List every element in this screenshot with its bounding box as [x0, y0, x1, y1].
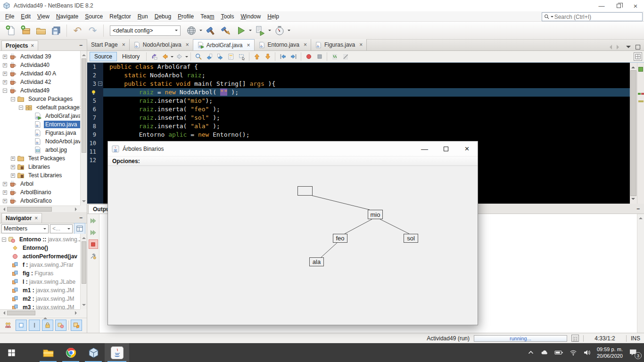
action-center-button[interactable]: 3 [629, 348, 638, 357]
redo-button[interactable]: ↷ [86, 24, 99, 38]
menu-run[interactable]: Run [134, 12, 151, 21]
project-tree-item[interactable]: +Test Packages [0, 154, 80, 163]
editor-tab-arbolgraf-java[interactable]: ArbolGraf.java× [193, 39, 255, 50]
ide-services-button[interactable] [184, 24, 198, 38]
navigator-member-item[interactable]: actionPerformed(jav [0, 252, 80, 261]
project-tree-item[interactable]: arbol.jpg [0, 146, 80, 154]
minimize-projects-button[interactable]: − [75, 42, 87, 49]
expand-icon[interactable]: + [3, 199, 7, 203]
scroll-left-icon[interactable] [1, 311, 5, 315]
back-dropdown-icon[interactable] [171, 56, 173, 59]
editor-scrollbar[interactable] [630, 63, 637, 204]
menu-window[interactable]: Window [238, 12, 264, 21]
debug-dropdown-icon[interactable] [268, 30, 271, 33]
start-button[interactable] [0, 343, 23, 362]
clean-build-button[interactable] [219, 24, 232, 38]
dialog-close-button[interactable]: × [456, 141, 478, 156]
scroll-left-icon[interactable] [1, 207, 5, 211]
expand-icon[interactable]: + [3, 55, 7, 59]
rectangular-selection-button[interactable] [237, 52, 247, 61]
expand-icon[interactable]: + [3, 72, 7, 76]
hint-bulb-icon[interactable] [91, 90, 97, 96]
project-tree-item[interactable]: +ArbolBinario [0, 188, 80, 197]
open-project-button[interactable] [34, 24, 48, 38]
editor-tab-figuras-java[interactable]: Figuras.java× [311, 39, 367, 50]
output-scrollbar[interactable] [637, 214, 644, 333]
show-non-public-button[interactable] [42, 320, 53, 331]
show-static-members-button[interactable] [29, 320, 40, 331]
close-icon[interactable]: × [304, 41, 307, 48]
save-all-button[interactable] [49, 24, 63, 38]
back-button[interactable] [160, 52, 170, 61]
menu-navigate[interactable]: Navigate [53, 12, 82, 21]
code-line[interactable]: raiz = new NodoArbol( "" ); [103, 88, 630, 97]
minimize-output-button[interactable]: − [632, 206, 644, 212]
scroll-tabs-left-icon[interactable] [607, 45, 612, 49]
battery-icon[interactable] [554, 349, 563, 356]
project-tree-item[interactable]: −<default package> [0, 103, 80, 112]
dialog-titlebar[interactable]: Árboles Binarios — × [108, 141, 478, 156]
close-icon[interactable]: × [122, 41, 125, 48]
scroll-up-icon[interactable] [82, 52, 86, 56]
project-tree-item[interactable]: Entorno.java [0, 120, 80, 129]
collapse-icon[interactable]: − [2, 238, 6, 242]
toggle-highlight-button[interactable] [226, 52, 236, 61]
shift-line-right-button[interactable] [289, 52, 298, 61]
project-tree-item[interactable]: +Libraries [0, 163, 80, 171]
menu-help[interactable]: Help [264, 12, 282, 21]
taskbar-netbeans[interactable] [82, 343, 105, 362]
source-view-button[interactable]: Source [90, 52, 117, 61]
search-dropdown-icon[interactable] [551, 16, 553, 19]
volume-icon[interactable] [583, 349, 591, 356]
process-list-icon[interactable] [571, 335, 579, 342]
navigator-member-item[interactable]: m2 : javax.swing.JM [0, 295, 80, 303]
show-inherited-members-button[interactable] [2, 320, 14, 331]
new-project-button[interactable] [19, 24, 33, 38]
tray-expand-icon[interactable] [527, 349, 535, 356]
new-file-button[interactable] [4, 24, 17, 38]
navigator-filter-select[interactable]: <... [50, 224, 73, 233]
code-line[interactable]: raiz.inserta("mio"); [103, 97, 630, 105]
close-icon[interactable]: × [359, 41, 363, 48]
scroll-up-icon[interactable] [82, 235, 86, 239]
navigator-view-button[interactable] [74, 223, 85, 234]
project-tree-item[interactable]: +Actividad 39 [0, 52, 80, 61]
fold-icon[interactable]: − [98, 82, 102, 86]
expand-icon[interactable]: + [11, 173, 15, 178]
projects-horizontal-scrollbar[interactable] [0, 206, 80, 212]
close-window-button[interactable]: × [627, 0, 644, 11]
code-line[interactable]: raiz.inserta( "sol" ); [103, 114, 630, 122]
taskbar-clock[interactable]: 09:59 p. m. 20/06/2020 [597, 346, 623, 359]
menu-profile[interactable]: Profile [174, 12, 197, 21]
code-line[interactable]: Entorno aplic = new Entorno(); [103, 131, 630, 139]
taskbar-file-explorer[interactable] [37, 343, 59, 362]
editor-tab-start-page[interactable]: Start Page× [87, 39, 130, 50]
navigator-member-item[interactable]: −Entorno :: javax.swing.J [0, 235, 80, 244]
profile-project-button[interactable] [272, 24, 286, 38]
stop-run-button[interactable] [89, 239, 98, 249]
debug-project-button[interactable] [253, 24, 267, 38]
comment-button[interactable] [330, 52, 339, 61]
progress-bar[interactable]: running... [474, 335, 567, 342]
tab-projects[interactable]: Projects × [1, 41, 38, 50]
project-tree-item[interactable]: −Actividad49 [0, 86, 80, 95]
collapse-icon[interactable]: − [3, 89, 7, 93]
close-icon[interactable]: × [247, 42, 250, 49]
maximize-editor-icon[interactable] [636, 45, 640, 49]
history-view-button[interactable]: History [118, 52, 144, 61]
project-tree-item[interactable]: +Arbol [0, 180, 80, 188]
dialog-maximize-button[interactable] [435, 141, 456, 156]
scroll-up-icon[interactable] [639, 215, 643, 219]
code-line[interactable]: public class ArbolGraf { [103, 63, 630, 71]
navigator-scope-select[interactable]: Members [1, 224, 49, 233]
profile-dropdown-icon[interactable] [288, 30, 290, 33]
menu-edit[interactable]: Edit [17, 12, 34, 21]
menu-opciones[interactable]: Opciones: [112, 158, 140, 165]
rerun-button[interactable] [89, 216, 98, 225]
forward-button[interactable] [174, 52, 184, 61]
minimize-window-button[interactable]: — [593, 0, 610, 11]
output-settings-button[interactable] [89, 251, 98, 261]
expand-icon[interactable]: + [11, 165, 15, 169]
sort-by-source-button[interactable] [71, 320, 82, 331]
expand-icon[interactable]: + [11, 156, 15, 161]
